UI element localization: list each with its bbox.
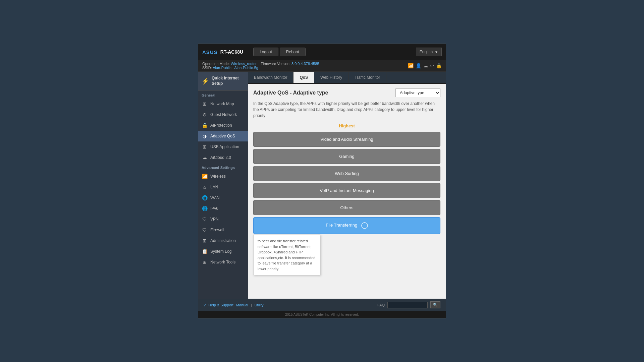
ssid-value1[interactable]: Alan-Public [213, 66, 231, 70]
sidebar-item-vpn[interactable]: 🛡 VPN [198, 214, 248, 225]
network-map-icon: ⊞ [202, 101, 208, 107]
operation-value[interactable]: Wireless_router [231, 62, 257, 66]
ssid-value2[interactable]: Alan-Public-5g [234, 66, 258, 70]
language-selector[interactable]: English ▼ [416, 48, 442, 56]
priority-item-others[interactable]: Others [253, 200, 440, 215]
reboot-button[interactable]: Reboot [280, 48, 306, 56]
highest-label: Highest [253, 123, 440, 128]
tab-qos[interactable]: QoS [293, 72, 314, 83]
quick-setup-label: Quick Internet Setup [212, 76, 245, 86]
help-support-link[interactable]: Help & Support [208, 303, 233, 307]
nettools-label: Network Tools [210, 260, 235, 264]
sidebar-item-wireless[interactable]: 📶 Wireless [198, 171, 248, 182]
priority-item-video-audio[interactable]: Video and Audio Streaming [253, 132, 440, 147]
utility-link[interactable]: Utility [255, 303, 264, 307]
divider: | [251, 303, 252, 307]
quick-setup-icon: ⚡ [202, 77, 209, 85]
aiprotection-label: AiProtection [210, 123, 232, 128]
lan-icon: ⌂ [202, 184, 208, 190]
page-content: Adaptive QoS - Adaptive type Adaptive ty… [248, 84, 446, 299]
wireless-icon: 📶 [202, 174, 208, 179]
lock-icon: 🔒 [436, 63, 442, 68]
ssid-label: SSID: [202, 66, 212, 70]
quick-setup-button[interactable]: ⚡ Quick Internet Setup [198, 72, 248, 90]
model-name: RT-AC68U [220, 49, 243, 55]
adaptive-qos-icon: ◑ [202, 133, 208, 139]
gaming-label: Gaming [339, 154, 355, 159]
sidebar-item-network-tools[interactable]: ⊞ Network Tools [198, 257, 248, 267]
sidebar-item-system-log[interactable]: 📋 System Log [198, 246, 248, 257]
cloud-icon: ☁ [423, 63, 428, 68]
sidebar: ⚡ Quick Internet Setup General ⊞ Network… [198, 72, 248, 299]
wan-icon: 🌐 [202, 195, 208, 200]
faq-search-input[interactable] [387, 302, 428, 308]
copyright: 2015 ASUSTeK Computer Inc. All rights re… [198, 311, 446, 318]
sidebar-item-ipv6[interactable]: 🌐 IPv6 [198, 203, 248, 214]
file-transferring-label: File Transferring [326, 223, 357, 228]
connection-info: Operation Mode: Wireless_router Firmware… [202, 62, 319, 70]
operation-label: Operation Mode: [202, 62, 230, 66]
network-map-label: Network Map [210, 102, 234, 106]
priority-item-gaming[interactable]: Gaming [253, 149, 440, 164]
info-bar: Operation Mode: Wireless_router Firmware… [198, 60, 446, 72]
aiprotection-icon: 🔒 [202, 123, 208, 128]
tab-traffic-monitor[interactable]: Traffic Monitor [348, 72, 386, 83]
sidebar-item-aiprotection[interactable]: 🔒 AiProtection [198, 120, 248, 131]
arrow-icon: ↩ [430, 63, 434, 68]
admin-label: Administration [210, 238, 236, 243]
faq-search-button[interactable]: 🔍 [430, 301, 440, 308]
chevron-down-icon: ▼ [435, 50, 438, 54]
footer: ? Help & Support Manual | Utility FAQ 🔍 [198, 299, 446, 311]
sidebar-item-firewall[interactable]: 🛡 Firewall [198, 225, 248, 235]
main-layout: ⚡ Quick Internet Setup General ⊞ Network… [198, 72, 446, 299]
guest-network-icon: ⊙ [202, 112, 208, 117]
tab-bandwidth-monitor[interactable]: Bandwidth Monitor [248, 72, 293, 83]
advanced-section-label: Advanced Settings [198, 163, 248, 171]
tab-web-history[interactable]: Web History [314, 72, 348, 83]
firmware-label: Firmware Version: [261, 62, 290, 66]
admin-icon: ⊞ [202, 238, 208, 243]
vpn-icon: 🛡 [202, 217, 208, 222]
others-label: Others [340, 205, 353, 210]
wifi-icon: 📶 [408, 63, 414, 68]
video-audio-label: Video and Audio Streaming [320, 137, 373, 142]
priority-item-voip[interactable]: VoIP and Instant Messaging [253, 183, 440, 198]
page-header: Adaptive QoS - Adaptive type Adaptive ty… [253, 88, 440, 97]
general-section-label: General [198, 90, 248, 99]
sidebar-item-adaptive-qos[interactable]: ◑ Adaptive QoS [198, 131, 248, 141]
priority-item-web-surfing[interactable]: Web Surfing [253, 166, 440, 181]
asus-logo: ASUS [202, 49, 218, 55]
adaptive-type-select[interactable]: Adaptive type Traditional Bandwidth Limi… [395, 88, 440, 97]
footer-links: ? Help & Support Manual | Utility [204, 303, 264, 307]
ipv6-label: IPv6 [210, 206, 218, 211]
syslog-label: System Log [210, 249, 231, 254]
sidebar-item-network-map[interactable]: ⊞ Network Map [198, 99, 248, 109]
ipv6-icon: 🌐 [202, 206, 208, 211]
manual-link[interactable]: Manual [236, 303, 248, 307]
sidebar-item-guest-network[interactable]: ⊙ Guest Network [198, 109, 248, 120]
usb-label: USB Application [210, 144, 239, 149]
priority-item-file-transferring[interactable]: File Transferring [253, 217, 440, 234]
lan-label: LAN [210, 185, 218, 189]
sidebar-item-usb-application[interactable]: ⊞ USB Application [198, 141, 248, 152]
aicloud-label: AiCloud 2.0 [210, 155, 231, 160]
firmware-value[interactable]: 3.0.0.4.378.4585 [291, 62, 319, 66]
wireless-label: Wireless [210, 174, 226, 179]
user-icon: 👤 [416, 63, 421, 68]
page-description: In the QoS Adaptive type, the APPs with … [253, 101, 440, 119]
sidebar-item-wan[interactable]: 🌐 WAN [198, 192, 248, 203]
lang-label: English [420, 50, 433, 54]
logout-button[interactable]: Logout [253, 48, 278, 56]
firewall-icon: 🛡 [202, 227, 208, 233]
status-icons: 📶 👤 ☁ ↩ 🔒 [408, 63, 442, 68]
sidebar-item-aicloud[interactable]: ☁ AiCloud 2.0 [198, 152, 248, 163]
priority-list: Video and Audio Streaming Gaming Web Sur… [253, 132, 440, 275]
top-bar: ASUS RT-AC68U Logout Reboot English ▼ [198, 44, 446, 60]
nettools-icon: ⊞ [202, 259, 208, 265]
brand: ASUS RT-AC68U [202, 49, 243, 55]
wan-label: WAN [210, 195, 220, 200]
sidebar-item-lan[interactable]: ⌂ LAN [198, 182, 248, 192]
faq-label: FAQ [377, 303, 385, 307]
sidebar-item-administration[interactable]: ⊞ Administration [198, 235, 248, 246]
footer-search: FAQ 🔍 [377, 301, 440, 308]
